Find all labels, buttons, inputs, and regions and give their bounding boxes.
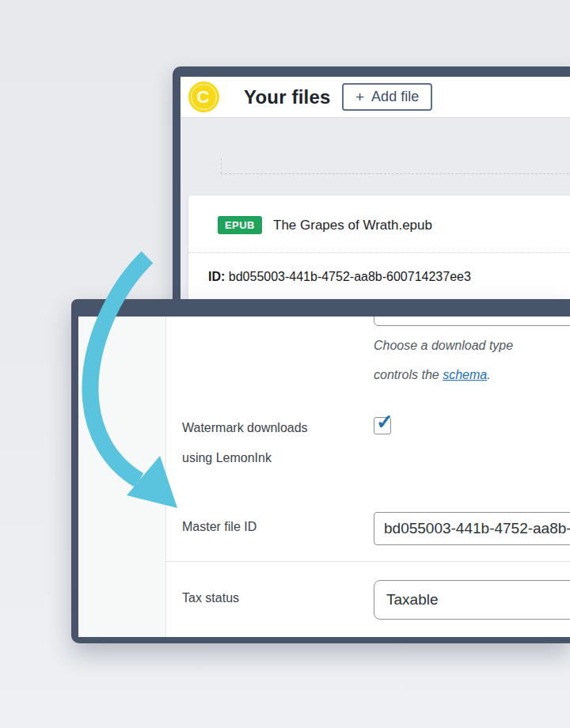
files-header: C Your files + Add file: [180, 77, 570, 118]
section-divider: [165, 561, 570, 562]
schema-link[interactable]: schema: [443, 368, 487, 381]
files-window: C Your files + Add file EPUB The Grapes …: [173, 66, 570, 320]
download-type-help: Choose a download type controls the sche…: [374, 331, 513, 389]
settings-window-content: Choose a download type controls the sche…: [78, 317, 570, 637]
file-name: The Grapes of Wrath.epub: [273, 218, 432, 233]
file-card[interactable]: EPUB The Grapes of Wrath.epub ID: bd0550…: [188, 195, 570, 314]
help-line-2-prefix: controls the: [374, 368, 443, 381]
card-divider: [188, 252, 570, 253]
help-line-2-suffix: .: [487, 368, 490, 381]
watermark-label-line1: Watermark downloads: [182, 413, 308, 443]
settings-side-panel: [78, 317, 166, 637]
check-icon: ✓: [376, 411, 393, 432]
add-file-label: Add file: [371, 89, 419, 105]
tax-status-select[interactable]: Taxable: [374, 580, 570, 620]
file-id-value: bd055003-441b-4752-aa8b-600714237ee3: [229, 270, 471, 283]
watermark-label: Watermark downloads using LemonInk: [182, 413, 308, 473]
files-window-content: C Your files + Add file EPUB The Grapes …: [180, 77, 570, 320]
page-title: Your files: [244, 77, 331, 117]
help-line-2: controls the schema.: [374, 360, 513, 389]
watermark-checkbox[interactable]: ✓: [374, 417, 391, 434]
add-file-button[interactable]: + Add file: [342, 83, 432, 111]
master-file-id-label: Master file ID: [182, 520, 256, 534]
help-line-1: Choose a download type: [374, 331, 513, 360]
master-file-id-input[interactable]: [374, 512, 570, 545]
tax-status-label: Tax status: [182, 591, 239, 605]
download-type-select[interactable]: [374, 317, 570, 326]
coin-logo-icon: C: [188, 82, 219, 112]
file-id-label: ID:: [208, 270, 225, 283]
plus-icon: +: [355, 89, 364, 104]
watermark-label-line2: using LemonInk: [182, 443, 308, 473]
files-body: EPUB The Grapes of Wrath.epub ID: bd0550…: [180, 118, 570, 320]
file-type-badge: EPUB: [218, 216, 262, 234]
settings-window: Choose a download type controls the sche…: [71, 299, 570, 643]
upload-dropzone-border: [221, 158, 570, 174]
coin-letter: C: [188, 82, 218, 112]
file-id-row: ID: bd055003-441b-4752-aa8b-600714237ee3: [208, 270, 471, 284]
